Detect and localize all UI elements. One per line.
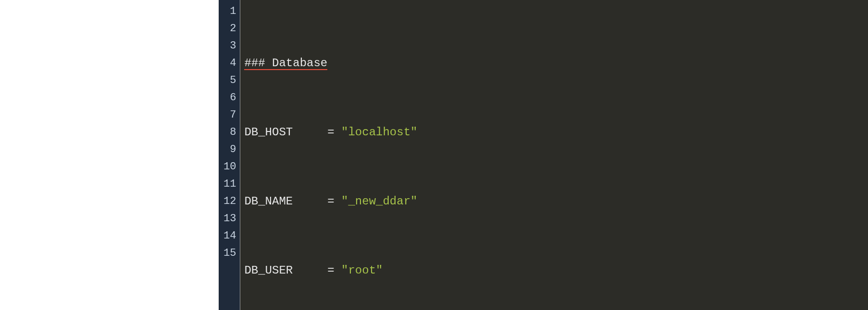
- code-line[interactable]: DB_USER = "root": [244, 262, 868, 279]
- line-number: 4: [223, 55, 236, 72]
- line-number: 14: [223, 227, 236, 245]
- line-number: 7: [223, 107, 236, 124]
- line-number: 15: [223, 245, 236, 262]
- line-gutter: 1 2 3 4 5 6 7 8 9 10 11 12 13 14 15: [219, 0, 240, 310]
- line-number: 6: [223, 89, 236, 107]
- code-line[interactable]: DB_HOST = "localhost": [244, 124, 868, 141]
- eq-token: =: [327, 264, 341, 277]
- side-panel: [0, 0, 219, 310]
- eq-token: =: [327, 126, 341, 139]
- line-number: 13: [223, 210, 236, 227]
- key-token: DB_NAME: [244, 195, 327, 208]
- code-area[interactable]: ### Database DB_HOST = "localhost" DB_NA…: [240, 0, 868, 310]
- line-number: 12: [223, 193, 236, 210]
- code-line[interactable]: ### Database: [244, 55, 868, 72]
- string-token: "_new_ddar": [341, 195, 417, 208]
- key-token: DB_HOST: [244, 126, 327, 139]
- line-number: 2: [223, 20, 236, 37]
- line-number: 9: [223, 141, 236, 158]
- line-number: 8: [223, 124, 236, 141]
- line-number: 10: [223, 158, 236, 176]
- eq-token: =: [327, 195, 341, 208]
- app-root: 1 2 3 4 5 6 7 8 9 10 11 12 13 14 15 ### …: [0, 0, 868, 310]
- string-token: "root": [341, 264, 383, 277]
- string-token: "localhost": [341, 126, 417, 139]
- heading-token: ### Database: [244, 57, 327, 70]
- code-editor[interactable]: 1 2 3 4 5 6 7 8 9 10 11 12 13 14 15 ### …: [219, 0, 868, 310]
- key-token: DB_USER: [244, 264, 327, 277]
- code-line[interactable]: DB_NAME = "_new_ddar": [244, 193, 868, 210]
- line-number: 5: [223, 72, 236, 89]
- line-number: 11: [223, 176, 236, 193]
- line-number: 3: [223, 37, 236, 55]
- line-number: 1: [223, 3, 236, 20]
